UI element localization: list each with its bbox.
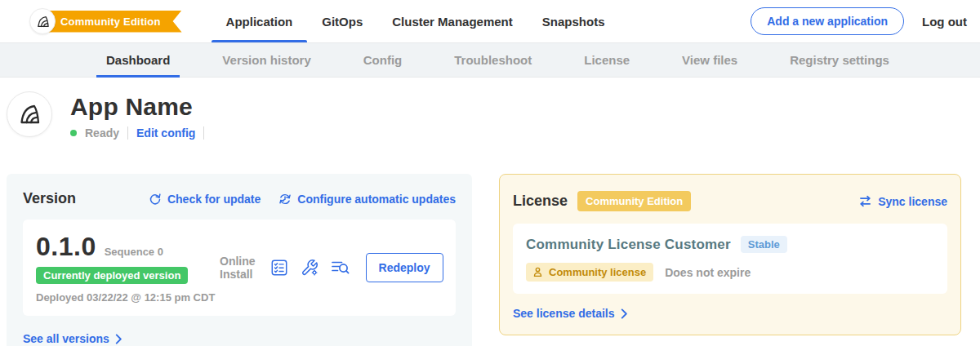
tab-view-files[interactable]: View files	[672, 43, 747, 77]
main-nav: Application GitOps Cluster Management Sn…	[212, 0, 620, 42]
top-bar-right: Add a new application Log out	[751, 0, 967, 42]
version-card-header: Version Check for update	[23, 190, 456, 207]
nav-item-application[interactable]: Application	[212, 0, 308, 42]
version-meta: 0.1.0 Sequence 0 Currently deployed vers…	[36, 232, 220, 304]
check-for-update-link[interactable]: Check for update	[149, 193, 261, 206]
person-icon	[532, 266, 544, 278]
status-dot	[70, 130, 77, 136]
deployed-timestamp: Deployed 03/22/22 @ 12:15 pm CDT	[36, 291, 220, 304]
currently-deployed-badge: Currently deployed version	[36, 267, 188, 284]
see-license-details-link[interactable]: See license details	[513, 307, 947, 320]
top-bar: Community Edition Application GitOps Clu…	[0, 0, 980, 42]
logout-link[interactable]: Log out	[922, 15, 967, 29]
community-edition-badge: Community Edition	[577, 191, 691, 211]
chevron-right-icon	[621, 308, 628, 319]
check-for-update-label: Check for update	[167, 193, 261, 206]
replicated-logo-icon	[35, 14, 51, 29]
status-label: Ready	[85, 126, 119, 140]
config-wrench-gear-icon[interactable]	[301, 259, 318, 277]
license-card: License Community Edition Sync license C…	[499, 174, 961, 335]
sub-nav: Dashboard Version history Config Trouble…	[0, 42, 980, 78]
nav-item-snapshots[interactable]: Snapshots	[528, 0, 620, 42]
configure-automatic-updates-link[interactable]: Configure automatic updates	[278, 193, 456, 206]
tab-version-history[interactable]: Version history	[212, 43, 320, 77]
sync-icon	[858, 194, 872, 208]
install-type-label: Online Install	[220, 255, 256, 281]
edit-config-link[interactable]: Edit config	[136, 126, 195, 140]
sequence-label: Sequence 0	[105, 246, 163, 258]
tab-license[interactable]: License	[574, 43, 639, 77]
edition-ribbon-label: Community Edition	[60, 16, 161, 28]
license-details-panel: Community License Customer Stable Commun…	[513, 224, 947, 294]
expiry-text: Does not expire	[665, 266, 751, 279]
see-all-versions-label: See all versions	[23, 332, 109, 345]
configure-automatic-updates-label: Configure automatic updates	[297, 193, 456, 206]
community-license-badge: Community license	[526, 263, 653, 282]
app-avatar	[7, 91, 52, 137]
version-card: Version Check for update	[7, 174, 472, 346]
version-number-row: 0.1.0 Sequence 0	[36, 232, 220, 262]
refresh-icon	[149, 193, 162, 206]
preflight-checklist-icon[interactable]	[270, 259, 288, 277]
sync-license-label: Sync license	[878, 195, 947, 208]
app-status-row: Ready Edit config	[70, 126, 204, 140]
divider	[203, 126, 204, 140]
sync-license-link[interactable]: Sync license	[858, 194, 947, 208]
view-deploy-logs-icon[interactable]	[331, 259, 350, 277]
tab-registry-settings[interactable]: Registry settings	[780, 43, 899, 77]
nav-item-cluster-management[interactable]: Cluster Management	[377, 0, 528, 42]
dashboard-cards: Version Check for update	[0, 174, 980, 346]
auto-update-icon	[278, 193, 292, 206]
customer-name: Community License Customer	[526, 237, 731, 253]
version-card-title: Version	[23, 190, 76, 207]
tab-troubleshoot[interactable]: Troubleshoot	[444, 43, 541, 77]
license-type-row: Community license Does not expire	[526, 263, 934, 282]
app-logo-icon	[16, 101, 42, 127]
divider	[127, 126, 128, 140]
version-actions: Online Install	[220, 253, 443, 282]
chevron-right-icon	[115, 334, 122, 344]
redeploy-button[interactable]: Redeploy	[366, 253, 443, 282]
tab-config[interactable]: Config	[354, 43, 412, 77]
brand-logo-circle	[29, 8, 56, 34]
add-new-application-button[interactable]: Add a new application	[751, 7, 904, 35]
tab-dashboard[interactable]: Dashboard	[96, 43, 180, 77]
current-version-panel: 0.1.0 Sequence 0 Currently deployed vers…	[23, 220, 456, 316]
license-customer-row: Community License Customer Stable	[526, 236, 934, 253]
license-card-title: License	[513, 193, 568, 210]
see-license-details-label: See license details	[513, 307, 615, 320]
app-header: App Name Ready Edit config	[0, 78, 980, 140]
see-all-versions-link[interactable]: See all versions	[23, 332, 456, 345]
app-header-text: App Name Ready Edit config	[70, 91, 204, 140]
brand: Community Edition	[29, 0, 182, 42]
edition-ribbon: Community Edition	[42, 11, 182, 33]
page-title: App Name	[70, 93, 204, 121]
channel-badge: Stable	[741, 236, 787, 253]
version-number: 0.1.0	[36, 232, 96, 262]
community-license-label: Community license	[549, 266, 646, 278]
license-card-header: License Community Edition Sync license	[513, 191, 947, 211]
version-card-links: Check for update Configure automatic upd…	[149, 193, 456, 206]
nav-item-gitops[interactable]: GitOps	[307, 0, 377, 42]
